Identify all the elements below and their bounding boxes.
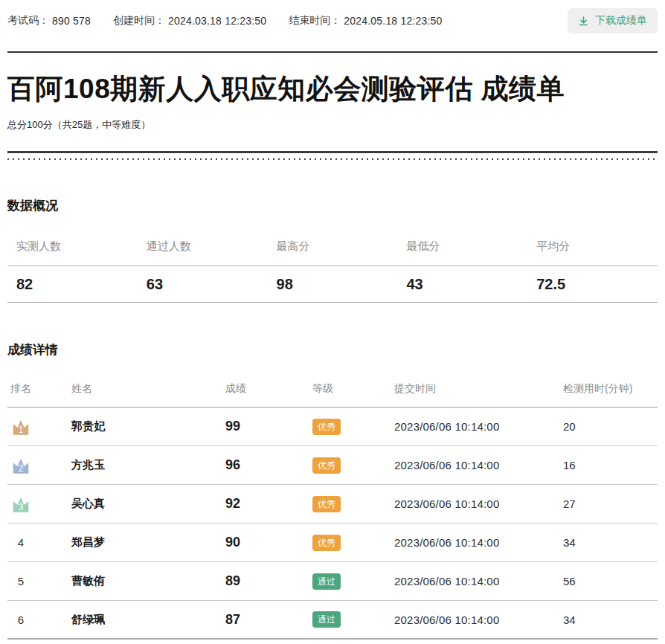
stat-label-average: 平均分	[527, 239, 658, 265]
solid-divider	[7, 151, 658, 153]
student-name: 曹敏侑	[71, 574, 225, 588]
score-value: 92	[225, 496, 312, 512]
bronze-crown-icon: 3	[11, 495, 30, 513]
duration-minutes: 16	[563, 459, 658, 471]
rank-number: 5	[18, 575, 24, 587]
score-value: 96	[225, 457, 312, 473]
page-subtitle: 总分100分（共25题，中等难度）	[7, 118, 658, 132]
student-name: 方兆玉	[71, 458, 225, 472]
score-value: 90	[225, 535, 312, 550]
table-row: 1 郭贵妃 99 优秀 2023/06/06 10:14:00 20	[7, 408, 658, 446]
stats-value-row: 82 63 98 43 72.5	[7, 266, 658, 302]
student-name: 吴心真	[71, 497, 225, 511]
created-time-value: 2024.03.18 12:23:50	[168, 15, 266, 27]
duration-minutes: 27	[563, 498, 658, 510]
rank-cell: 6	[7, 614, 71, 626]
table-row: 2 方兆玉 96 优秀 2023/06/06 10:14:00 16	[7, 446, 658, 485]
grade-badge: 通过	[312, 573, 341, 590]
top-divider	[7, 51, 658, 53]
rank-cell: 4	[7, 536, 71, 549]
download-icon	[578, 16, 589, 27]
student-name: 郭贵妃	[71, 419, 225, 434]
submit-time: 2023/06/06 10:14:00	[394, 420, 563, 433]
column-header-grade: 等级	[312, 382, 394, 396]
silver-crown-icon: 2	[11, 457, 30, 474]
title-divider	[7, 151, 658, 160]
download-report-button[interactable]: 下载成绩单	[568, 8, 658, 33]
stat-value-tested: 82	[7, 276, 138, 293]
end-time-label: 结束时间：	[289, 14, 341, 28]
dotted-divider	[7, 158, 658, 160]
grade-badge: 通过	[312, 611, 341, 628]
stat-value-average: 72.5	[527, 276, 658, 293]
exam-code-value: 890 578	[52, 15, 91, 27]
rank-number: 6	[18, 614, 24, 626]
gold-crown-icon: 1	[11, 418, 30, 436]
overview-section-title: 数据概况	[7, 197, 658, 214]
created-time: 创建时间： 2024.03.18 12:23:50	[113, 14, 266, 28]
score-value: 87	[225, 612, 312, 628]
submit-time: 2023/06/06 10:14:00	[394, 614, 563, 626]
score-report-page: 考试码： 890 578 创建时间： 2024.03.18 12:23:50 结…	[0, 0, 665, 640]
column-header-name: 姓名	[71, 382, 225, 396]
stat-value-lowest: 43	[397, 276, 527, 293]
stat-label-lowest: 最低分	[397, 239, 527, 265]
stats-divider-bottom	[7, 302, 658, 303]
rank-cell: 2	[7, 457, 71, 474]
score-value: 89	[225, 573, 312, 589]
stats-header-row: 实测人数 通过人数 最高分 最低分 平均分	[7, 239, 658, 265]
exam-code: 考试码： 890 578	[7, 14, 91, 28]
rank-cell: 1	[7, 418, 71, 436]
rank-cell: 5	[7, 575, 71, 587]
download-button-label: 下载成绩单	[595, 14, 647, 28]
top-meta-bar: 考试码： 890 578 创建时间： 2024.03.18 12:23:50 结…	[7, 0, 658, 42]
table-row: 4 郑昌梦 90 优秀 2023/06/06 10:14:00 34	[7, 524, 658, 562]
submit-time: 2023/06/06 10:14:00	[394, 536, 563, 549]
duration-minutes: 34	[563, 536, 658, 549]
stat-label-tested: 实测人数	[7, 239, 138, 265]
rank-number: 4	[18, 536, 24, 549]
exam-code-label: 考试码：	[7, 14, 49, 28]
svg-text:2: 2	[19, 463, 24, 473]
end-time-value: 2024.05.18 12:23:50	[344, 15, 442, 27]
overview-section: 数据概况 实测人数 通过人数 最高分 最低分 平均分 82 63 98 43 7…	[7, 197, 658, 303]
submit-time: 2023/06/06 10:14:00	[394, 459, 563, 471]
created-time-label: 创建时间：	[113, 14, 165, 28]
stat-value-passed: 63	[138, 276, 268, 293]
rank-cell: 3	[7, 495, 71, 513]
stat-value-highest: 98	[268, 276, 398, 293]
column-header-rank: 排名	[7, 382, 71, 396]
page-title: 百阿108期新人入职应知必会测验评估 成绩单	[7, 72, 658, 106]
grade-badge: 优秀	[312, 457, 341, 474]
end-time: 结束时间： 2024.05.18 12:23:50	[289, 14, 442, 28]
grade-badge: 优秀	[312, 496, 341, 512]
details-section: 成绩详情 排名 姓名 成绩 等级 提交时间 检测用时(分钟) 1 郭贵妃	[7, 341, 658, 640]
submit-time: 2023/06/06 10:14:00	[394, 498, 563, 510]
table-row: 3 吴心真 92 优秀 2023/06/06 10:14:00 27	[7, 485, 658, 524]
column-header-duration: 检测用时(分钟)	[563, 382, 658, 396]
svg-text:1: 1	[19, 424, 24, 434]
grade-badge: 优秀	[312, 535, 341, 551]
duration-minutes: 34	[563, 614, 658, 626]
student-name: 郑昌梦	[71, 535, 225, 550]
score-value: 99	[225, 419, 312, 434]
details-section-title: 成绩详情	[7, 341, 658, 358]
table-header-row: 排名 姓名 成绩 等级 提交时间 检测用时(分钟)	[7, 382, 658, 408]
column-header-time: 提交时间	[394, 382, 563, 396]
grade-badge: 优秀	[312, 419, 341, 435]
stat-label-highest: 最高分	[268, 239, 398, 265]
duration-minutes: 20	[563, 420, 658, 433]
svg-text:3: 3	[19, 501, 24, 512]
student-name: 舒绿珮	[71, 613, 225, 627]
table-row: 6 舒绿珮 87 通过 2023/06/06 10:14:00 34	[7, 601, 658, 640]
table-row: 5 曹敏侑 89 通过 2023/06/06 10:14:00 56	[7, 562, 658, 601]
stat-label-passed: 通过人数	[138, 239, 268, 265]
column-header-score: 成绩	[225, 382, 312, 396]
table-body: 1 郭贵妃 99 优秀 2023/06/06 10:14:00 20 2	[7, 408, 658, 640]
duration-minutes: 56	[563, 575, 658, 587]
submit-time: 2023/06/06 10:14:00	[394, 575, 563, 587]
